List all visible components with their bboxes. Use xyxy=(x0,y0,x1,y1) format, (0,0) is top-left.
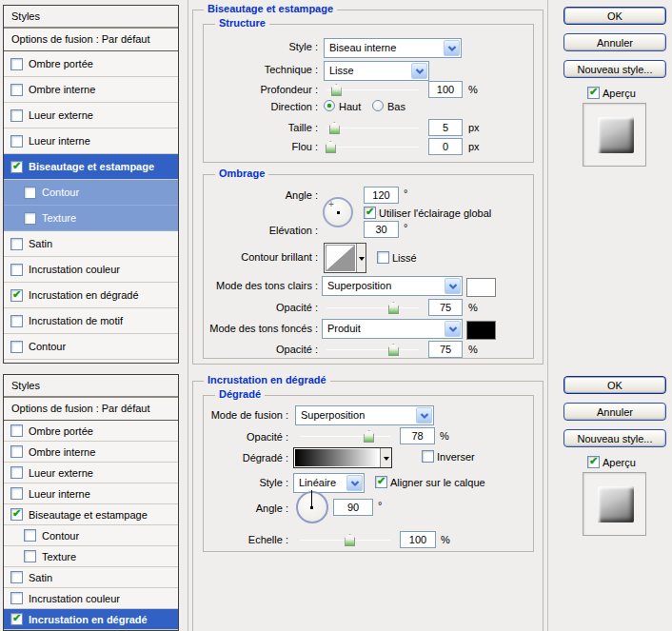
soften-slider[interactable] xyxy=(326,140,419,154)
blend-mode-select[interactable]: Superposition xyxy=(295,405,434,425)
shadow-opacity-slider[interactable] xyxy=(326,343,419,357)
style-item-checkbox[interactable] xyxy=(10,315,23,327)
slider-thumb[interactable] xyxy=(331,84,342,96)
gradient-angle-dial[interactable] xyxy=(296,491,328,523)
style-item-checkbox[interactable] xyxy=(24,187,36,199)
style-list-item[interactable]: Incrustation en dégradé xyxy=(4,283,178,308)
direction-bas-radio[interactable] xyxy=(372,100,384,111)
style-list-item[interactable]: Lueur externe xyxy=(4,463,178,483)
scale-input[interactable] xyxy=(400,531,436,548)
style-item-checkbox[interactable] xyxy=(10,84,23,96)
align-layer-checkbox[interactable] xyxy=(375,476,387,488)
style-list-item[interactable]: Satin xyxy=(4,567,178,588)
angle-dial[interactable]: + xyxy=(323,197,353,227)
style-list-item[interactable]: Ombre portée xyxy=(4,51,178,77)
technique-select[interactable]: Lisse xyxy=(324,61,429,81)
style-item-checkbox[interactable] xyxy=(24,529,36,542)
style-list-item[interactable]: Ombre interne xyxy=(4,77,178,103)
style-item-checkbox[interactable] xyxy=(10,466,23,479)
style-list-item[interactable]: Contour xyxy=(4,180,178,206)
depth-input[interactable] xyxy=(428,81,463,98)
preview-checkbox[interactable] xyxy=(587,87,600,99)
slider-thumb[interactable] xyxy=(364,430,374,443)
new-style-button[interactable]: Nouveau style... xyxy=(563,429,666,447)
gloss-contour-picker[interactable] xyxy=(324,243,366,273)
contour-picker-arrow[interactable] xyxy=(356,244,366,272)
global-light-checkbox[interactable] xyxy=(364,207,376,219)
style-list-item[interactable]: Biseautage et estampage xyxy=(4,504,178,525)
angle-input[interactable] xyxy=(364,187,399,204)
gradient-style-select[interactable]: Linéaire xyxy=(293,473,365,493)
gradient-opacity-slider[interactable] xyxy=(300,429,390,444)
style-list-item[interactable]: Incrustation en dégradé xyxy=(4,609,178,630)
size-slider[interactable] xyxy=(326,121,419,135)
style-item-checkbox[interactable] xyxy=(24,550,36,562)
cancel-button[interactable]: Annuler xyxy=(563,33,666,51)
direction-haut-radio[interactable] xyxy=(324,100,335,111)
scale-slider[interactable] xyxy=(300,533,390,547)
style-list-item[interactable]: Lueur externe xyxy=(4,103,178,128)
slider-thumb[interactable] xyxy=(345,534,355,546)
style-item-checkbox[interactable] xyxy=(10,445,23,458)
highlight-color-swatch[interactable] xyxy=(466,278,496,297)
highlight-mode-select[interactable]: Superposition xyxy=(322,276,463,296)
reverse-checkbox[interactable] xyxy=(422,450,434,463)
combo-arrow-button[interactable] xyxy=(445,278,461,294)
style-item-checkbox[interactable] xyxy=(10,109,23,122)
altitude-input[interactable] xyxy=(364,221,399,238)
slider-thumb[interactable] xyxy=(388,344,399,356)
preview-checkbox[interactable] xyxy=(587,456,600,468)
style-item-checkbox[interactable] xyxy=(10,58,23,70)
style-item-checkbox[interactable] xyxy=(10,613,23,625)
soften-input[interactable] xyxy=(428,138,463,155)
combo-arrow-button[interactable] xyxy=(445,321,461,337)
slider-thumb[interactable] xyxy=(329,122,340,134)
style-list-item[interactable]: Lueur interne xyxy=(4,128,178,154)
style-list-item[interactable]: Ombre interne xyxy=(4,442,178,463)
depth-slider[interactable] xyxy=(326,83,419,97)
slider-thumb[interactable] xyxy=(388,302,399,314)
shadow-opacity-input[interactable] xyxy=(428,341,463,358)
highlight-opacity-input[interactable] xyxy=(428,299,463,316)
anti-aliased-checkbox[interactable] xyxy=(377,251,389,264)
combo-arrow-button[interactable] xyxy=(411,63,427,79)
style-list-item[interactable]: Incrustation couleur xyxy=(4,588,178,609)
highlight-opacity-slider[interactable] xyxy=(326,301,419,315)
style-item-checkbox[interactable] xyxy=(10,135,23,148)
gradient-picker[interactable] xyxy=(293,447,392,468)
slider-thumb[interactable] xyxy=(326,141,336,153)
style-item-checkbox[interactable] xyxy=(24,212,36,225)
size-input[interactable] xyxy=(428,119,463,136)
style-list-item[interactable]: Contour xyxy=(4,525,178,546)
style-item-checkbox[interactable] xyxy=(10,571,23,583)
blending-options-header[interactable]: Options de fusion : Par défaut xyxy=(4,29,178,51)
style-item-checkbox[interactable] xyxy=(10,424,23,437)
style-item-checkbox[interactable] xyxy=(10,508,23,521)
shadow-mode-select[interactable]: Produit xyxy=(322,319,463,339)
ok-button[interactable]: OK xyxy=(563,376,666,394)
style-list-item[interactable]: Contour xyxy=(4,334,178,360)
combo-arrow-button[interactable] xyxy=(416,407,432,424)
blending-options-header[interactable]: Options de fusion : Par défaut xyxy=(4,398,178,421)
combo-arrow-button[interactable] xyxy=(346,475,363,491)
bevel-style-select[interactable]: Biseau interne xyxy=(324,38,462,58)
style-list-item[interactable]: Lueur interne xyxy=(4,483,178,504)
style-item-checkbox[interactable] xyxy=(10,592,23,604)
style-list-item[interactable]: Ombre portée xyxy=(4,421,178,442)
gradient-opacity-input[interactable] xyxy=(400,427,435,444)
gradient-angle-input[interactable] xyxy=(333,499,373,516)
gradient-picker-arrow[interactable] xyxy=(380,448,391,467)
new-style-button[interactable]: Nouveau style... xyxy=(563,60,666,78)
style-item-checkbox[interactable] xyxy=(10,341,23,353)
style-list-item[interactable]: Satin xyxy=(4,231,178,257)
style-item-checkbox[interactable] xyxy=(10,487,23,500)
style-list-item[interactable]: Texture xyxy=(4,546,178,567)
cancel-button[interactable]: Annuler xyxy=(563,403,666,421)
style-list-item[interactable]: Texture xyxy=(4,206,178,231)
style-item-checkbox[interactable] xyxy=(10,264,23,276)
style-list-item[interactable]: Biseautage et estampage xyxy=(4,154,178,180)
style-list-item[interactable]: Incrustation de motif xyxy=(4,308,178,334)
style-item-checkbox[interactable] xyxy=(10,289,23,302)
combo-arrow-button[interactable] xyxy=(444,40,460,56)
shadow-color-swatch[interactable] xyxy=(466,321,496,340)
